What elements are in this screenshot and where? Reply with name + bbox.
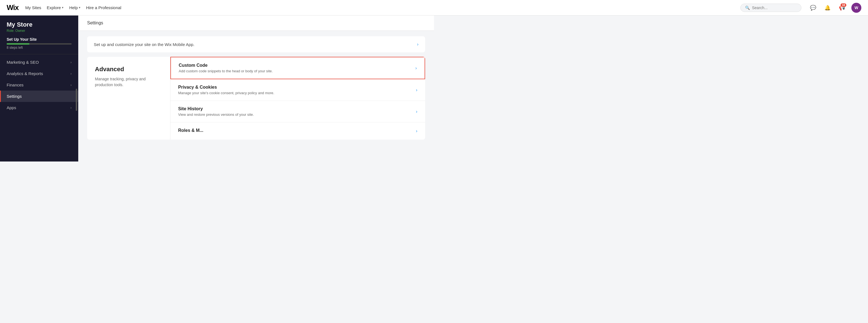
chevron-right-icon: › <box>70 60 71 64</box>
roles-partial-item[interactable]: Roles & M... › <box>170 122 425 140</box>
site-history-content: Site History View and restore previous v… <box>178 106 254 117</box>
steps-left: 8 steps left <box>7 46 71 49</box>
nav-my-sites[interactable]: My Sites <box>25 5 41 10</box>
sidebar-item-label: Finances <box>7 82 24 87</box>
wix-logo: Wix <box>7 3 19 12</box>
progress-bar-fill <box>7 43 29 45</box>
mobile-app-card[interactable]: Set up and customize your site on the Wi… <box>87 36 425 52</box>
main-content: Settings Set up and customize your site … <box>78 15 434 162</box>
custom-code-item[interactable]: Custom Code Add custom code snippets to … <box>170 57 425 79</box>
help-chevron-icon: ▾ <box>79 6 81 9</box>
nav-hire-professional[interactable]: Hire a Professional <box>86 5 121 10</box>
explore-chevron-icon: ▾ <box>62 6 64 9</box>
chevron-right-icon: › <box>70 71 71 76</box>
progress-bar-outer <box>7 43 71 45</box>
nav-explore[interactable]: Explore ▾ <box>47 5 64 10</box>
role-label: Role: Owner <box>0 29 78 33</box>
sidebar-item-analytics[interactable]: Analytics & Reports › <box>0 68 78 79</box>
sidebar-item-label: Apps <box>7 105 16 110</box>
site-history-chevron-icon: › <box>416 109 417 114</box>
sidebar-scrollbar-thumb[interactable] <box>76 88 77 111</box>
setup-title: Set Up Your Site <box>7 37 71 41</box>
site-history-title: Site History <box>178 106 254 111</box>
roles-chevron-icon: › <box>416 129 417 134</box>
advanced-section-info: Advanced Manage tracking, privacy and pr… <box>87 57 170 140</box>
custom-code-title: Custom Code <box>179 63 273 68</box>
roles-content: Roles & M... <box>178 128 204 134</box>
store-title: My Store <box>0 21 78 28</box>
privacy-cookies-chevron-icon: › <box>416 87 417 93</box>
privacy-cookies-content: Privacy & Cookies Manage your site's coo… <box>178 85 274 95</box>
mobile-app-text: Set up and customize your site on the Wi… <box>94 42 194 47</box>
privacy-cookies-title: Privacy & Cookies <box>178 85 274 90</box>
sidebar: My Store Role: Owner Set Up Your Site 8 … <box>0 15 78 162</box>
custom-code-chevron-icon: › <box>415 66 417 71</box>
page-header: Settings <box>78 15 434 31</box>
sidebar-item-label: Analytics & Reports <box>7 71 43 76</box>
sidebar-item-apps[interactable]: Apps › <box>0 102 78 113</box>
advanced-description: Manage tracking, privacy and production … <box>95 76 162 88</box>
advanced-items-list: Custom Code Add custom code snippets to … <box>170 57 425 140</box>
privacy-cookies-description: Manage your site's cookie consent, priva… <box>178 91 274 95</box>
nav-help[interactable]: Help ▾ <box>69 5 81 10</box>
sidebar-item-label: Settings <box>7 94 22 99</box>
page-title: Settings <box>87 21 103 25</box>
advanced-card: Advanced Manage tracking, privacy and pr… <box>87 57 425 140</box>
setup-section: Set Up Your Site 8 steps left <box>0 37 78 49</box>
top-navigation: Wix My Sites Explore ▾ Help ▾ Hire a Pro… <box>0 0 434 15</box>
custom-code-description: Add custom code snippets to the head or … <box>179 69 273 73</box>
site-history-item[interactable]: Site History View and restore previous v… <box>170 101 425 122</box>
site-history-description: View and restore previous versions of yo… <box>178 112 254 117</box>
card-chevron-icon: › <box>417 42 418 47</box>
sidebar-item-label: Marketing & SEO <box>7 60 39 65</box>
sidebar-item-marketing[interactable]: Marketing & SEO › <box>0 57 78 68</box>
main-layout: My Store Role: Owner Set Up Your Site 8 … <box>0 15 434 162</box>
advanced-title: Advanced <box>95 66 162 73</box>
sidebar-item-settings[interactable]: Settings <box>0 91 78 102</box>
chevron-right-icon: › <box>70 83 71 87</box>
roles-title: Roles & M... <box>178 128 204 133</box>
custom-code-content: Custom Code Add custom code snippets to … <box>179 63 273 73</box>
content-area: Set up and customize your site on the Wi… <box>78 31 434 145</box>
nav-links: My Sites Explore ▾ Help ▾ Hire a Profess… <box>25 5 434 10</box>
privacy-cookies-item[interactable]: Privacy & Cookies Manage your site's coo… <box>170 79 425 101</box>
chevron-right-icon: › <box>70 106 71 110</box>
sidebar-item-finances[interactable]: Finances › <box>0 79 78 91</box>
